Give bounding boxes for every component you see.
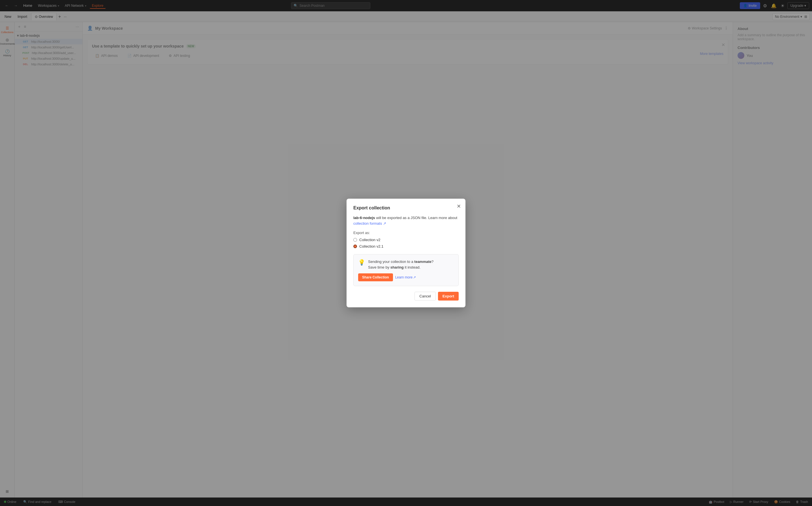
share-box-top: 💡 Sending your collection to a teammate?…: [358, 259, 454, 270]
export-as-label: Export as:: [353, 231, 459, 235]
collection-v21-radio[interactable]: [353, 245, 357, 248]
export-format-group: Collection v2 Collection v2.1: [353, 238, 459, 248]
modal-title: Export collection: [353, 205, 459, 210]
collection-v2-radio[interactable]: [353, 238, 357, 242]
export-button[interactable]: Export: [438, 292, 459, 301]
share-actions: Share Collection Learn more ↗: [358, 273, 454, 281]
learn-more-arrow-icon: ↗: [413, 275, 416, 279]
lightbulb-icon: 💡: [358, 259, 365, 270]
modal-footer: Cancel Export: [353, 292, 459, 301]
share-collection-button[interactable]: Share Collection: [358, 273, 393, 281]
share-collection-box: 💡 Sending your collection to a teammate?…: [353, 254, 459, 286]
collection-v21-option[interactable]: Collection v2.1: [353, 244, 459, 248]
modal-overlay: Export collection ✕ lab-6-nodejs will be…: [0, 0, 812, 506]
modal-description: lab-6-nodejs will be exported as a JSON …: [353, 215, 459, 226]
collection-v2-option[interactable]: Collection v2: [353, 238, 459, 242]
modal-close-button[interactable]: ✕: [457, 203, 461, 209]
modal-collection-name: lab-6-nodejs: [353, 216, 375, 220]
learn-more-link[interactable]: Learn more ↗: [395, 275, 416, 279]
export-collection-modal: Export collection ✕ lab-6-nodejs will be…: [346, 199, 466, 307]
share-text: Sending your collection to a teammate? S…: [368, 259, 433, 270]
external-link-icon: ↗: [383, 221, 386, 226]
collection-formats-link[interactable]: collection formats ↗: [353, 221, 386, 226]
cancel-button[interactable]: Cancel: [414, 292, 435, 301]
